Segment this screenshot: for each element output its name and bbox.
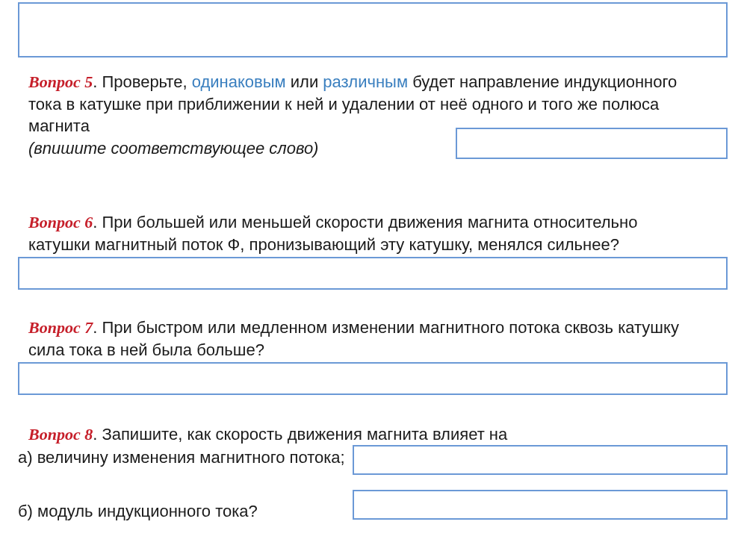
question-8-a: а) величину изменения магнитного потока;	[18, 447, 362, 469]
question-8-b: б) модуль индукционного тока?	[18, 500, 362, 523]
answer-box-q7[interactable]	[18, 362, 728, 395]
question-6-label: Вопрос 6	[28, 213, 93, 231]
question-8-text: Вопрос 8. Запишите, как скорость движени…	[28, 423, 723, 446]
word-odinakovym: одинаковым	[192, 72, 286, 91]
answer-box-q6[interactable]	[18, 257, 728, 290]
question-6-text: Вопрос 6. При большей или меньшей скорос…	[28, 211, 723, 255]
answer-box-top[interactable]	[18, 2, 728, 57]
word-razlichnym: различным	[323, 72, 408, 91]
answer-box-q5[interactable]	[456, 128, 728, 159]
question-7-text: Вопрос 7. При быстром или медленном изме…	[28, 317, 723, 361]
answer-box-q8b[interactable]	[353, 490, 728, 520]
worksheet-page: Вопрос 5. Проверьте, одинаковым или разл…	[0, 0, 747, 560]
question-5-label: Вопрос 5	[28, 72, 93, 91]
question-7-label: Вопрос 7	[28, 318, 93, 337]
answer-box-q8a[interactable]	[353, 445, 728, 475]
question-5-hint: (впишите соответствующее слово)	[28, 139, 318, 158]
question-8-label: Вопрос 8	[28, 425, 93, 444]
